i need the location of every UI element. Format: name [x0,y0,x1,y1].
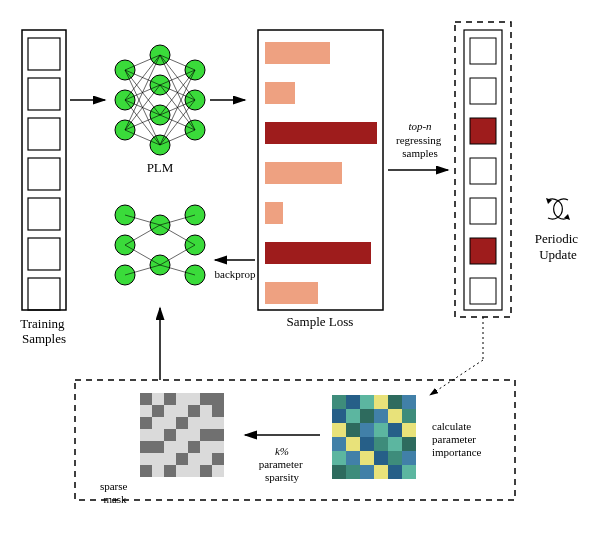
svg-rect-100 [402,465,416,479]
svg-rect-121 [164,465,176,477]
svg-line-132 [125,225,160,245]
svg-text:top-n: top-n [408,120,432,132]
svg-rect-103 [140,393,152,405]
svg-rect-81 [388,423,402,437]
sample-loss-label: Sample Loss [287,314,354,329]
svg-rect-49 [265,282,318,304]
heatmap: calculate parameter importance [332,395,482,479]
svg-rect-78 [346,423,360,437]
svg-rect-83 [332,437,346,451]
svg-rect-73 [360,409,374,423]
svg-rect-57 [470,158,496,184]
svg-rect-46 [265,162,342,184]
svg-rect-59 [470,238,496,264]
svg-text:Periodic
      Update: Periodic Update [535,231,582,262]
svg-rect-44 [265,82,295,104]
selected-column [455,22,511,317]
svg-rect-2 [28,78,60,110]
svg-rect-43 [265,42,330,64]
svg-rect-67 [360,395,374,409]
svg-rect-114 [212,429,224,441]
plm-label: PLM [147,160,174,175]
diagram-canvas: Training Samples PLM [0,0,598,542]
svg-rect-118 [176,453,188,465]
k-sparsity-label-1: k% [275,445,289,457]
svg-rect-77 [332,423,346,437]
svg-rect-94 [402,451,416,465]
svg-line-137 [160,245,195,265]
refresh-icon [546,198,570,220]
svg-rect-107 [152,405,164,417]
svg-rect-5 [28,198,60,230]
topn-group: top-n regressing samples [388,120,448,170]
svg-rect-75 [388,409,402,423]
svg-rect-72 [346,409,360,423]
svg-rect-45 [265,122,377,144]
svg-rect-106 [212,393,224,405]
svg-rect-66 [346,395,360,409]
svg-rect-91 [360,451,374,465]
svg-rect-92 [374,451,388,465]
svg-rect-122 [200,465,212,477]
svg-rect-90 [346,451,360,465]
dotted-connector-2 [430,360,483,395]
svg-rect-48 [265,242,371,264]
svg-rect-89 [332,451,346,465]
svg-rect-71 [332,409,346,423]
svg-rect-112 [164,429,176,441]
svg-rect-113 [200,429,212,441]
svg-rect-109 [212,405,224,417]
plm-network: PLM [115,45,205,175]
sparse-mask-label: sparse mask [100,480,130,505]
svg-rect-58 [470,198,496,224]
svg-rect-60 [470,278,496,304]
svg-rect-104 [164,393,176,405]
svg-rect-119 [212,453,224,465]
svg-rect-3 [28,118,60,150]
svg-rect-120 [140,465,152,477]
svg-rect-52 [455,22,511,317]
svg-rect-97 [360,465,374,479]
svg-rect-1 [28,38,60,70]
sparse-mask: sparse mask [100,393,224,505]
svg-rect-4 [28,158,60,190]
svg-rect-69 [388,395,402,409]
svg-rect-96 [346,465,360,479]
svg-rect-87 [388,437,402,451]
svg-rect-84 [346,437,360,451]
training-samples-column: Training Samples [20,30,68,346]
svg-rect-117 [188,441,200,453]
svg-rect-88 [402,437,416,451]
svg-rect-55 [470,78,496,104]
svg-rect-86 [374,437,388,451]
svg-rect-108 [188,405,200,417]
svg-rect-98 [374,465,388,479]
svg-rect-110 [140,417,152,429]
svg-rect-76 [402,409,416,423]
svg-rect-54 [470,38,496,64]
svg-rect-79 [360,423,374,437]
svg-rect-68 [374,395,388,409]
svg-rect-74 [374,409,388,423]
training-samples-label: Training Samples [20,316,68,346]
svg-rect-95 [332,465,346,479]
svg-rect-116 [152,441,164,453]
svg-rect-65 [332,395,346,409]
svg-rect-99 [388,465,402,479]
svg-text:calculate
      parameter
    : calculate parameter importance [432,420,482,458]
svg-rect-47 [265,202,283,224]
svg-rect-82 [402,423,416,437]
svg-rect-105 [200,393,212,405]
k-sparsity-label-2: parameter sparsity [259,458,306,483]
svg-rect-93 [388,451,402,465]
svg-rect-6 [28,238,60,270]
svg-rect-56 [470,118,496,144]
svg-line-133 [125,245,160,265]
svg-rect-80 [374,423,388,437]
svg-line-136 [160,225,195,245]
periodic-update: Periodic Update [535,198,582,262]
svg-rect-115 [140,441,152,453]
svg-text:regressing
      samples: regressing samples [396,134,444,159]
svg-rect-85 [360,437,374,451]
svg-rect-111 [176,417,188,429]
